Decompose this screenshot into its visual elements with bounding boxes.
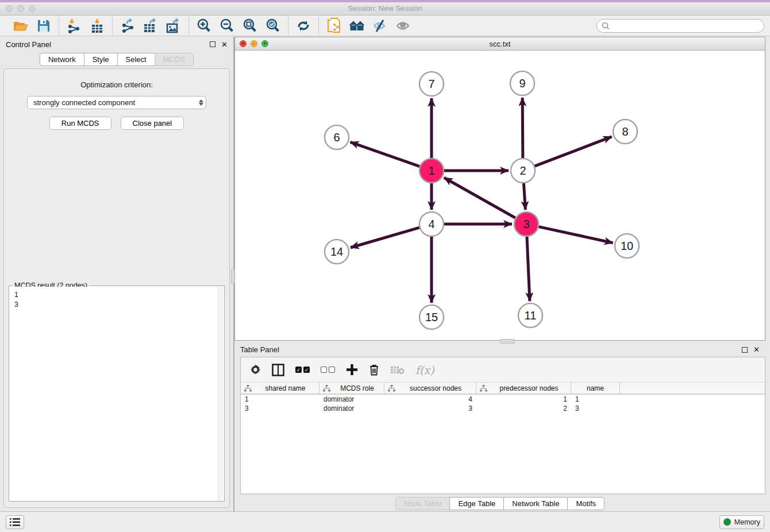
table-cell[interactable]: 4: [384, 395, 476, 404]
search-input[interactable]: [610, 22, 759, 30]
table-cell[interactable]: dominator: [319, 404, 384, 413]
graph-node-15[interactable]: 15: [419, 305, 444, 329]
close-table-panel-icon[interactable]: ✕: [753, 346, 760, 353]
zoom-fit-icon[interactable]: [242, 18, 257, 33]
export-image-icon[interactable]: [166, 18, 181, 33]
task-history-button[interactable]: [6, 515, 24, 529]
graph-node-14[interactable]: 14: [325, 240, 349, 264]
table-cell[interactable]: 1: [476, 395, 571, 404]
close-panel-button[interactable]: Close panel: [121, 117, 184, 130]
table-cell[interactable]: 2: [476, 404, 571, 413]
graph-edge-3-11[interactable]: [527, 237, 530, 301]
table-header-row[interactable]: shared nameMCDS rolesuccessor nodesprede…: [241, 382, 765, 395]
close-panel-icon[interactable]: ✕: [221, 41, 228, 48]
table-tabs: Node TableEdge TableNetwork TableMotifs: [234, 497, 765, 510]
delete-table-icon[interactable]: [390, 365, 405, 375]
table-body[interactable]: 1dominator4113dominator323: [241, 395, 765, 494]
table-panel-title: Table Panel: [240, 345, 279, 354]
criterion-select[interactable]: strongly connected component: [27, 96, 206, 109]
graph-edge-2-8[interactable]: [535, 137, 612, 166]
node-label: 3: [523, 218, 529, 230]
home-icon[interactable]: [349, 18, 364, 33]
graph-node-2[interactable]: 2: [511, 159, 535, 183]
table-cell[interactable]: 1: [571, 395, 620, 404]
mcds-result-group: MCDS result (2 nodes) 1 3: [9, 286, 225, 502]
network-window-titlebar[interactable]: ✕ − + scc.txt: [235, 37, 765, 51]
zoom-in-icon[interactable]: [197, 18, 211, 33]
export-table-icon[interactable]: [143, 18, 158, 33]
graph-node-9[interactable]: 9: [510, 71, 534, 95]
zoom-selected-icon[interactable]: [265, 18, 280, 33]
graph-edge-1-6[interactable]: [351, 142, 420, 166]
column-header-successor-nodes[interactable]: successor nodes: [384, 383, 476, 394]
network-canvas[interactable]: 7968124314101511: [235, 51, 765, 340]
column-header-predecessor-nodes[interactable]: predecessor nodes: [476, 383, 571, 394]
tab-mcds[interactable]: MCDS: [155, 53, 194, 66]
show-all-icon[interactable]: [395, 18, 410, 33]
export-network-icon[interactable]: [120, 18, 135, 33]
search-area: [596, 19, 764, 33]
graph-edge-3-1[interactable]: [444, 178, 515, 218]
hide-selected-icon[interactable]: [372, 18, 387, 33]
delete-icon[interactable]: [369, 364, 379, 376]
graph-edge-3-10[interactable]: [538, 227, 613, 243]
import-table-icon[interactable]: [90, 18, 105, 33]
tab-network[interactable]: Network: [40, 53, 84, 66]
new-network-icon[interactable]: [326, 18, 341, 33]
tab-select[interactable]: Select: [117, 53, 155, 66]
control-panel-tabs: NetworkStyleSelectMCDS: [0, 52, 233, 66]
deselect-all-checkbox-icon[interactable]: [321, 367, 335, 373]
network-view-window: ✕ − + scc.txt 7968124314101511: [234, 37, 765, 341]
table-row[interactable]: 3dominator323: [241, 404, 765, 413]
graph-edge-2-3[interactable]: [523, 183, 525, 210]
graph-node-6[interactable]: 6: [325, 125, 349, 149]
zoom-out-icon[interactable]: [220, 18, 234, 33]
node-label: 15: [425, 311, 438, 323]
graph-node-3[interactable]: 3: [514, 212, 538, 236]
table-cell[interactable]: dominator: [319, 395, 384, 404]
column-header-shared-name[interactable]: shared name: [241, 383, 319, 394]
gear-icon[interactable]: [250, 364, 261, 375]
column-header-name[interactable]: name: [571, 383, 620, 394]
tab-network-table[interactable]: Network Table: [503, 497, 567, 510]
open-session-icon[interactable]: [13, 18, 28, 33]
node-label: 8: [622, 125, 628, 138]
graph-edge-4-14[interactable]: [351, 228, 419, 248]
column-header-MCDS-role[interactable]: MCDS role: [319, 383, 384, 394]
column-layout-icon[interactable]: [272, 364, 284, 376]
graph-node-4[interactable]: 4: [419, 212, 444, 236]
graph-node-11[interactable]: 11: [518, 303, 542, 327]
table-cell[interactable]: 3: [571, 404, 620, 413]
import-network-icon[interactable]: [67, 18, 82, 33]
combo-stepper-icon: [199, 99, 203, 106]
search-input-wrap[interactable]: [596, 19, 764, 33]
graph-node-10[interactable]: 10: [615, 234, 639, 258]
tab-edge-table[interactable]: Edge Table: [449, 497, 503, 510]
save-session-icon[interactable]: [36, 18, 51, 33]
tab-node-table[interactable]: Node Table: [395, 497, 450, 510]
graph-node-8[interactable]: 8: [613, 119, 637, 144]
criterion-selected-value: strongly connected component: [33, 98, 135, 107]
tab-motifs[interactable]: Motifs: [567, 497, 605, 510]
result-scrollbar[interactable]: [218, 287, 224, 500]
main-toolbar: [0, 16, 770, 36]
graph-edge-2-9[interactable]: [522, 98, 523, 158]
horizontal-splitter-handle[interactable]: [500, 339, 515, 344]
add-column-icon[interactable]: [346, 364, 358, 376]
table-cell[interactable]: 3: [384, 404, 476, 413]
table-cell[interactable]: 1: [241, 395, 319, 404]
status-bar: Memory: [0, 511, 770, 532]
run-mcds-button[interactable]: Run MCDS: [49, 117, 111, 130]
network-graph[interactable]: 7968124314101511: [235, 51, 764, 340]
graph-node-1[interactable]: 1: [419, 159, 444, 183]
float-panel-icon[interactable]: [210, 41, 215, 47]
table-row[interactable]: 1dominator411: [241, 395, 765, 404]
table-cell[interactable]: 3: [241, 404, 319, 413]
apply-layout-icon[interactable]: [296, 18, 311, 33]
float-table-panel-icon[interactable]: [742, 347, 748, 353]
select-all-checkbox-icon[interactable]: ✓✓: [295, 367, 310, 373]
graph-node-7[interactable]: 7: [419, 72, 444, 96]
tab-style[interactable]: Style: [84, 53, 117, 66]
function-builder-icon[interactable]: f(x): [415, 364, 434, 376]
memory-button[interactable]: Memory: [719, 515, 764, 529]
